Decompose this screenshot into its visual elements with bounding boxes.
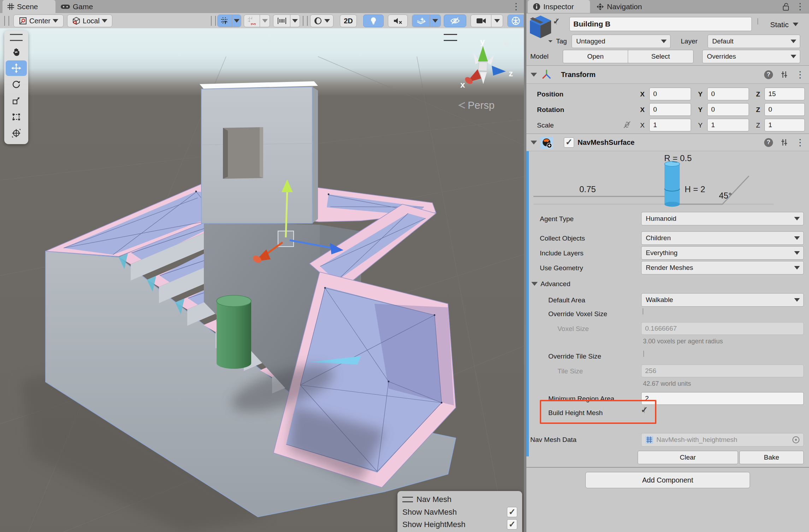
rect-tool-button[interactable] [6, 109, 27, 125]
show-heightmesh-checkbox[interactable] [507, 519, 517, 530]
navmeshsurface-enabled-checkbox[interactable] [564, 137, 574, 148]
audio-toggle-button[interactable] [388, 14, 408, 27]
scale-x-field[interactable]: 1 [649, 119, 691, 131]
model-select-button[interactable]: Select [628, 50, 693, 63]
clear-button[interactable]: Clear [638, 451, 738, 464]
show-navmesh-checkbox[interactable] [507, 507, 517, 517]
snap-toggle[interactable] [244, 15, 260, 27]
advanced-foldout-icon[interactable] [531, 282, 538, 286]
scene-tab-menu-icon[interactable]: ⋮ [512, 0, 521, 13]
effects-dropdown[interactable] [430, 15, 441, 27]
tab-inspector[interactable]: Inspector [528, 0, 590, 13]
position-z-field[interactable]: 15 [764, 88, 805, 100]
overrides-dropdown[interactable]: Overrides [702, 50, 800, 63]
collect-objects-dropdown[interactable]: Children [641, 231, 804, 245]
rotation-mode-label: Local [83, 17, 100, 25]
navmeshsurface-foldout-icon[interactable] [531, 141, 537, 144]
grid-toggle[interactable]: Y [218, 15, 232, 27]
bake-button[interactable]: Bake [739, 451, 804, 464]
move-tool-button[interactable] [6, 60, 27, 76]
rotation-y-field[interactable]: 0 [707, 103, 749, 116]
tools-overlay-handle[interactable] [10, 34, 23, 41]
gameobject-active-checkbox[interactable] [556, 18, 557, 25]
include-layers-dropdown[interactable]: Everything [641, 246, 804, 260]
navmeshsurface-header[interactable]: NavMeshSurface ? ⋮ [526, 134, 809, 151]
scale-y-field[interactable]: 1 [707, 119, 749, 131]
persp-label[interactable]: Persp [468, 100, 495, 111]
gizmo-y-cone[interactable] [478, 46, 488, 61]
gizmo-lock-icon [504, 40, 509, 46]
rotation-mode-button[interactable]: Local [67, 14, 112, 27]
toolbar-drag-handle[interactable] [303, 16, 308, 26]
hand-tool-button[interactable] [6, 44, 27, 60]
tab-scene[interactable]: Scene [2, 0, 55, 13]
model-open-button[interactable]: Open [563, 50, 628, 63]
scale-z-field[interactable]: 1 [764, 119, 805, 131]
grid-visibility-split-button[interactable]: Y [217, 14, 241, 27]
gameobject-name-field[interactable]: Building B [569, 17, 752, 31]
rotation-x-field[interactable]: 0 [649, 103, 691, 116]
static-dropdown-icon[interactable] [793, 23, 798, 26]
effects-toggle[interactable] [412, 15, 430, 27]
scene-visibility-button[interactable] [444, 14, 466, 27]
override-voxel-size-checkbox[interactable] [643, 308, 643, 315]
chevron-down-icon [324, 19, 330, 23]
snap-dropdown[interactable] [260, 15, 270, 27]
gizmos-toggle[interactable] [508, 15, 524, 27]
gizmo-z-cone[interactable] [492, 66, 506, 76]
prefab-cube-icon[interactable] [529, 15, 553, 42]
position-x-field[interactable]: 0 [649, 88, 691, 100]
scale-tool-button[interactable] [6, 93, 27, 108]
gizmo-overlay-handle[interactable] [444, 34, 457, 41]
link-broken-icon[interactable] [622, 120, 632, 129]
tag-dropdown[interactable]: Untagged [572, 35, 671, 48]
pivot-mode-button[interactable]: Center [13, 14, 64, 27]
2d-toggle-button[interactable]: 2D [340, 14, 357, 27]
tab-game[interactable]: Game [56, 0, 104, 13]
add-component-button[interactable]: Add Component [585, 472, 750, 488]
nav-mesh-data-field[interactable]: NavMesh-with_heightmesh [641, 433, 804, 447]
object-picker-icon[interactable] [792, 436, 800, 444]
effects-split-button[interactable] [412, 14, 441, 27]
navmesh-overlay-handle[interactable] [402, 497, 413, 502]
rotation-z-field[interactable]: 0 [764, 103, 805, 116]
presets-icon[interactable] [780, 70, 789, 79]
snap-split-button[interactable] [244, 14, 270, 27]
transform-tool-button[interactable] [6, 125, 27, 141]
toolbar-drag-handle[interactable] [4, 16, 9, 26]
help-icon[interactable]: ? [764, 138, 773, 147]
orientation-gizmo[interactable]: y x z Persp [459, 37, 513, 111]
static-checkbox[interactable] [757, 18, 758, 25]
camera-dropdown[interactable] [491, 15, 503, 27]
rotate-tool-button[interactable] [6, 77, 27, 92]
agent-type-dropdown[interactable]: Humanoid [641, 212, 804, 225]
measure-toggle[interactable] [273, 15, 290, 27]
advanced-label[interactable]: Advanced [541, 280, 571, 288]
lighting-toggle-button[interactable] [363, 14, 384, 27]
default-area-dropdown[interactable]: Walkable [641, 293, 804, 307]
panel-splitter[interactable] [524, 0, 526, 532]
transform-header[interactable]: Transform ? ⋮ [526, 65, 809, 84]
layer-dropdown[interactable]: Default [708, 35, 800, 48]
presets-icon[interactable] [780, 138, 789, 147]
tab-navigation[interactable]: Navigation [591, 0, 655, 13]
minimum-region-area-field[interactable]: 2 [641, 392, 804, 405]
measure-dropdown[interactable] [290, 15, 300, 27]
scene-viewport[interactable]: y x z Persp [0, 28, 524, 532]
help-icon[interactable]: ? [764, 70, 773, 79]
camera-split-button[interactable] [471, 14, 503, 27]
green-cylinder[interactable] [217, 295, 251, 369]
transform-foldout-icon[interactable] [531, 73, 537, 77]
inspector-menu-icon[interactable]: ⋮ [796, 0, 805, 13]
grid-dropdown[interactable] [232, 15, 241, 27]
navmeshsurface-menu-icon[interactable]: ⋮ [796, 138, 805, 147]
measure-split-button[interactable] [273, 14, 300, 27]
use-geometry-dropdown[interactable]: Render Meshes [641, 261, 804, 274]
transform-menu-icon[interactable]: ⋮ [796, 70, 805, 79]
camera-toggle[interactable] [471, 15, 491, 27]
toolbar-drag-handle[interactable] [211, 16, 216, 26]
shading-mode-button[interactable] [310, 14, 333, 27]
lock-icon[interactable] [782, 2, 790, 11]
override-tile-size-checkbox[interactable] [643, 350, 644, 357]
position-y-field[interactable]: 0 [707, 88, 749, 100]
